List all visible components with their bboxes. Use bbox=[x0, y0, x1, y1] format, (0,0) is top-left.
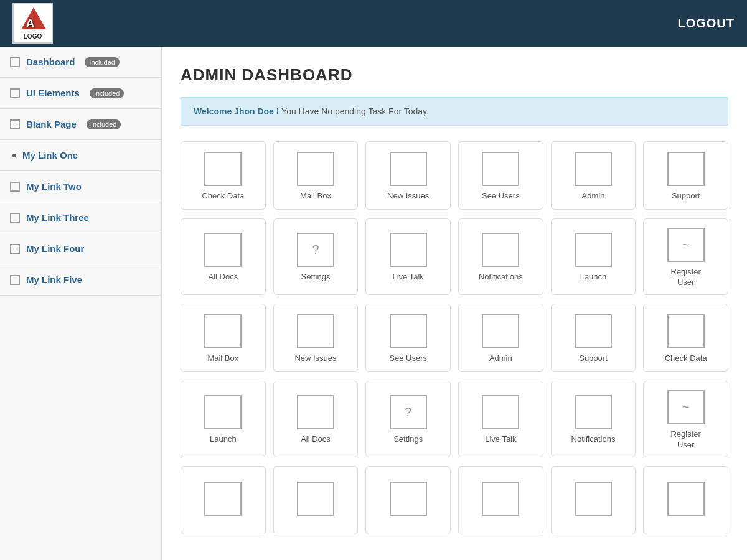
card-grid-row-4 bbox=[181, 466, 728, 534]
checkbox-icon bbox=[10, 275, 20, 285]
card-icon bbox=[204, 482, 242, 516]
card-label: See Users bbox=[389, 353, 427, 364]
card-2-0[interactable]: Mail Box bbox=[181, 304, 266, 372]
card-label: Notifications bbox=[479, 272, 523, 282]
card-label: Live Talk bbox=[392, 272, 423, 282]
card-icon bbox=[390, 233, 427, 267]
card-4-2[interactable] bbox=[365, 466, 451, 534]
card-4-5[interactable] bbox=[643, 466, 728, 534]
card-icon bbox=[482, 233, 519, 267]
card-icon bbox=[667, 152, 705, 186]
dot-icon bbox=[12, 154, 16, 157]
sidebar-item-ui-elements[interactable]: UI ElementsIncluded bbox=[0, 78, 161, 109]
logo-area: A LOGO bbox=[12, 3, 53, 44]
card-grid-row-2: Mail BoxNew IssuesSee UsersAdminSupportC… bbox=[181, 304, 728, 372]
card-3-4[interactable]: Notifications bbox=[551, 381, 636, 457]
card-icon bbox=[482, 395, 519, 429]
card-label: Check Data bbox=[665, 353, 707, 364]
card-label: Mail Box bbox=[207, 353, 238, 364]
card-label: Settings bbox=[393, 434, 423, 445]
card-label: Register User bbox=[670, 267, 700, 288]
card-0-2[interactable]: New Issues bbox=[365, 141, 451, 210]
card-icon bbox=[204, 233, 242, 267]
card-grid-row-1: All Docs?SettingsLive TalkNotificationsL… bbox=[181, 218, 728, 295]
sidebar-badge: Included bbox=[90, 88, 125, 98]
checkbox-icon bbox=[10, 88, 20, 98]
card-3-2[interactable]: ?Settings bbox=[365, 381, 451, 457]
card-icon bbox=[482, 152, 519, 186]
card-1-5[interactable]: ~Register User bbox=[643, 218, 728, 295]
card-1-1[interactable]: ?Settings bbox=[273, 218, 359, 295]
card-3-1[interactable]: All Docs bbox=[273, 381, 359, 457]
card-0-0[interactable]: Check Data bbox=[181, 141, 266, 210]
checkbox-icon bbox=[10, 213, 20, 223]
card-label: Support bbox=[579, 353, 608, 364]
card-icon bbox=[575, 233, 612, 267]
card-label: Notifications bbox=[571, 434, 616, 445]
card-3-5[interactable]: ~Register User bbox=[643, 381, 728, 457]
sidebar-item-label: My Link One bbox=[22, 150, 78, 161]
card-label: Admin bbox=[582, 191, 605, 202]
sidebar-item-my-link-five[interactable]: My Link Five bbox=[0, 264, 161, 296]
card-4-3[interactable] bbox=[458, 466, 543, 534]
sidebar-item-my-link-two[interactable]: My Link Two bbox=[0, 171, 161, 202]
card-label: New Issues bbox=[294, 353, 336, 364]
card-icon bbox=[297, 152, 334, 186]
card-0-1[interactable]: Mail Box bbox=[273, 141, 359, 210]
card-icon bbox=[482, 314, 519, 348]
card-icon: ~ bbox=[667, 228, 705, 262]
card-1-3[interactable]: Notifications bbox=[458, 218, 543, 295]
card-icon bbox=[297, 314, 334, 348]
card-label: New Issues bbox=[387, 191, 429, 202]
card-0-3[interactable]: See Users bbox=[458, 141, 543, 210]
card-3-3[interactable]: Live Talk bbox=[458, 381, 543, 457]
card-icon bbox=[390, 482, 427, 516]
main-content: ADMIN DASHBOARD Welcome Jhon Doe ! You H… bbox=[162, 47, 747, 560]
card-grid-row-0: Check DataMail BoxNew IssuesSee UsersAdm… bbox=[181, 141, 728, 210]
card-0-4[interactable]: Admin bbox=[551, 141, 636, 210]
card-1-2[interactable]: Live Talk bbox=[365, 218, 451, 295]
sidebar-item-my-link-one[interactable]: My Link One bbox=[0, 140, 161, 171]
card-label: Check Data bbox=[202, 191, 244, 202]
card-icon bbox=[390, 152, 427, 186]
card-icon bbox=[204, 314, 242, 348]
card-icon bbox=[575, 482, 612, 516]
card-2-1[interactable]: New Issues bbox=[273, 304, 359, 372]
card-icon: ? bbox=[297, 233, 334, 267]
sidebar-item-my-link-three[interactable]: My Link Three bbox=[0, 202, 161, 233]
checkbox-icon bbox=[10, 119, 20, 129]
sidebar-item-label: UI Elements bbox=[26, 88, 80, 98]
card-4-0[interactable] bbox=[181, 466, 266, 534]
card-0-5[interactable]: Support bbox=[643, 141, 728, 210]
card-icon bbox=[204, 152, 242, 186]
welcome-name: Welcome Jhon Doe ! bbox=[194, 106, 279, 116]
welcome-banner: Welcome Jhon Doe ! You Have No pending T… bbox=[181, 97, 728, 126]
sidebar-item-dashboard[interactable]: DashboardIncluded bbox=[0, 47, 161, 78]
card-1-0[interactable]: All Docs bbox=[181, 218, 266, 295]
card-4-4[interactable] bbox=[551, 466, 636, 534]
sidebar-item-label: My Link Three bbox=[26, 212, 89, 223]
card-4-1[interactable] bbox=[273, 466, 359, 534]
card-2-2[interactable]: See Users bbox=[365, 304, 451, 372]
card-label: Launch bbox=[210, 434, 237, 445]
card-3-0[interactable]: Launch bbox=[181, 381, 266, 457]
card-2-5[interactable]: Check Data bbox=[643, 304, 728, 372]
card-label: Launch bbox=[580, 272, 607, 282]
card-label: Admin bbox=[489, 353, 512, 364]
sidebar-item-blank-page[interactable]: Blank PageIncluded bbox=[0, 109, 161, 140]
checkbox-icon bbox=[10, 182, 20, 192]
card-2-3[interactable]: Admin bbox=[458, 304, 543, 372]
sidebar-badge: Included bbox=[85, 57, 120, 67]
sidebar-item-label: Blank Page bbox=[26, 119, 77, 129]
sidebar-badge: Included bbox=[87, 119, 121, 129]
card-icon bbox=[297, 482, 334, 516]
checkbox-icon bbox=[10, 244, 20, 254]
logout-button[interactable]: LOGOUT bbox=[677, 16, 735, 30]
card-label: All Docs bbox=[208, 272, 238, 282]
card-icon: ? bbox=[390, 395, 427, 429]
card-icon bbox=[204, 395, 242, 429]
card-label: Support bbox=[672, 191, 700, 202]
card-1-4[interactable]: Launch bbox=[551, 218, 636, 295]
sidebar-item-my-link-four[interactable]: My Link Four bbox=[0, 233, 161, 264]
card-2-4[interactable]: Support bbox=[551, 304, 636, 372]
